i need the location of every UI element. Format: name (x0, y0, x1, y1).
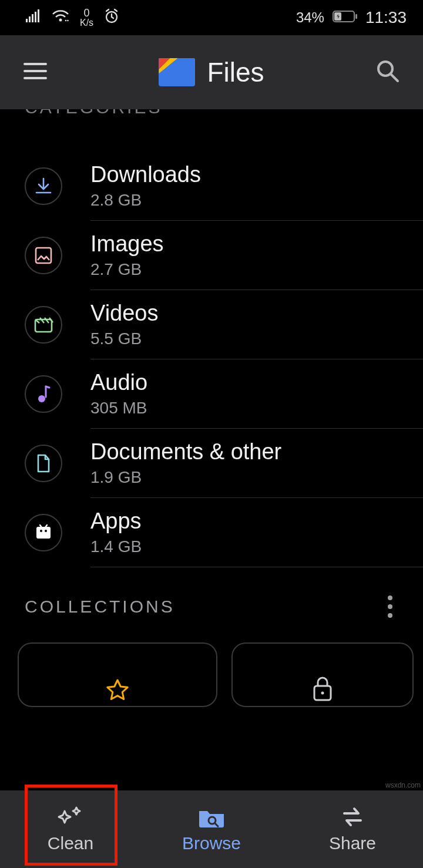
battery-icon (333, 9, 357, 26)
nav-browse[interactable]: Browse (141, 790, 282, 868)
collections-more-button[interactable] (383, 591, 397, 623)
svg-point-6 (65, 20, 67, 22)
nav-share[interactable]: Share (282, 790, 423, 868)
nav-clean[interactable]: Clean (0, 790, 141, 868)
svg-point-24 (321, 692, 324, 695)
collection-card-favorites[interactable] (18, 642, 217, 707)
nav-label: Share (329, 833, 376, 853)
categories-header: CATEGORIES (0, 109, 423, 134)
clock-text: 11:33 (365, 8, 407, 27)
category-size: 305 MB (90, 399, 405, 418)
category-audio[interactable]: Audio 305 MB (0, 359, 423, 428)
watermark: wsxdn.com (385, 781, 421, 789)
status-left: 0 K/s (26, 8, 119, 28)
category-size: 5.5 GB (90, 329, 405, 348)
categories-list: Downloads 2.8 GB Images 2.7 GB Videos 5.… (0, 134, 423, 567)
files-logo-icon (159, 58, 195, 86)
svg-point-19 (38, 395, 45, 402)
status-right: 34% 11:33 (296, 8, 407, 27)
svg-rect-20 (36, 527, 51, 539)
svg-rect-3 (35, 12, 36, 22)
app-title-text: Files (207, 56, 264, 88)
svg-line-16 (391, 75, 398, 81)
image-icon (25, 237, 62, 274)
download-icon (25, 167, 62, 205)
alarm-icon (104, 8, 119, 27)
category-apps[interactable]: Apps 1.4 GB (0, 498, 423, 567)
lock-icon (311, 674, 334, 704)
hamburger-icon (24, 62, 47, 82)
battery-percent: 34% (296, 9, 324, 26)
swap-icon (338, 805, 367, 831)
wifi-icon (52, 9, 69, 26)
signal-icon (26, 9, 41, 26)
category-name: Images (90, 231, 405, 257)
folder-search-icon (197, 805, 226, 831)
collections-header: COLLECTIONS (0, 567, 423, 634)
category-documents[interactable]: Documents & other 1.9 GB (0, 429, 423, 497)
document-icon (25, 445, 62, 482)
category-size: 2.8 GB (90, 191, 405, 210)
sparkle-icon (56, 805, 85, 831)
menu-button[interactable] (18, 55, 53, 90)
svg-point-7 (67, 20, 69, 22)
search-button[interactable] (370, 55, 405, 90)
svg-rect-2 (32, 14, 33, 22)
search-icon (375, 59, 400, 86)
category-videos[interactable]: Videos 5.5 GB (0, 290, 423, 359)
svg-point-21 (40, 530, 42, 532)
status-bar: 0 K/s 34% 11:33 (0, 0, 423, 35)
star-icon (105, 678, 130, 706)
svg-rect-4 (38, 9, 39, 22)
collection-card-safe[interactable] (231, 642, 414, 707)
category-name: Apps (90, 509, 405, 534)
nav-label: Browse (182, 833, 241, 853)
category-name: Documents & other (90, 439, 405, 465)
nav-label: Clean (48, 833, 93, 853)
category-name: Downloads (90, 162, 405, 187)
category-images[interactable]: Images 2.7 GB (0, 221, 423, 290)
network-speed: 0 K/s (80, 8, 93, 28)
category-name: Videos (90, 301, 405, 326)
app-bar: Files (0, 35, 423, 109)
bottom-nav: Clean Browse Share (0, 790, 423, 868)
app-title: Files (53, 56, 370, 88)
category-size: 1.4 GB (90, 537, 405, 556)
category-size: 2.7 GB (90, 260, 405, 279)
category-name: Audio (90, 370, 405, 395)
svg-point-22 (45, 530, 47, 532)
collections-title: COLLECTIONS (25, 597, 175, 617)
svg-point-5 (59, 19, 62, 22)
svg-rect-17 (36, 248, 51, 263)
apps-icon (25, 514, 62, 551)
video-icon (25, 306, 62, 344)
category-downloads[interactable]: Downloads 2.8 GB (0, 152, 423, 220)
svg-rect-0 (26, 19, 28, 22)
svg-rect-1 (29, 16, 31, 22)
category-size: 1.9 GB (90, 468, 405, 487)
collections-cards (0, 634, 423, 707)
audio-icon (25, 375, 62, 413)
svg-rect-11 (355, 14, 357, 19)
svg-point-15 (378, 62, 392, 76)
